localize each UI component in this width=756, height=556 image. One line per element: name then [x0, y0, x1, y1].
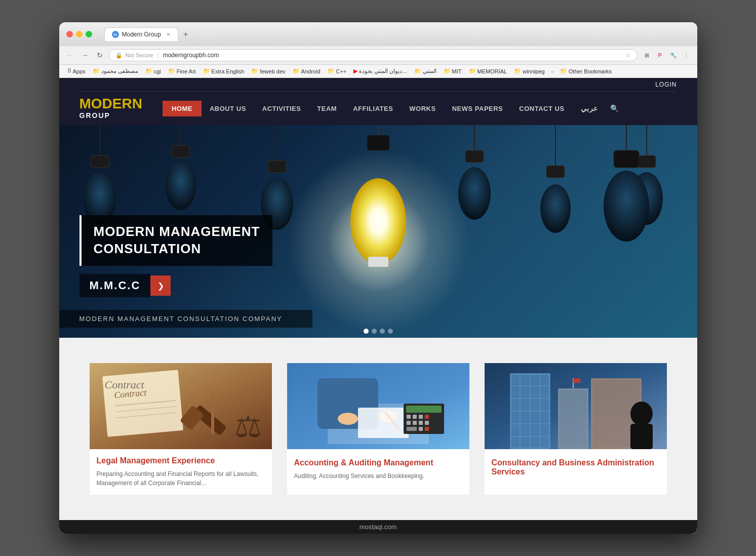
nav-arabic[interactable]: عربي	[573, 100, 606, 116]
bookmark-mit[interactable]: 📁 MIT	[441, 67, 465, 75]
search-icon[interactable]: 🔍	[610, 104, 619, 112]
svg-point-71	[630, 402, 653, 426]
bookmark-diwan[interactable]: ▶ ديوان المنتي بجودة...	[350, 67, 410, 75]
maximize-button[interactable]	[86, 31, 92, 37]
card-consultancy[interactable]: Consultancy and Business Administration …	[485, 363, 667, 495]
nav-team[interactable]: TEAM	[309, 101, 345, 116]
bookmark-icon[interactable]: ⊞	[642, 50, 653, 61]
bookmark-almanti[interactable]: 📁 المنتي	[411, 67, 440, 75]
traffic-lights	[66, 31, 92, 37]
hero-dot-1[interactable]	[364, 329, 369, 334]
star-icon[interactable]: ☆	[625, 52, 631, 59]
extensions-icon[interactable]: 🔧	[668, 50, 679, 61]
hero-dot-2[interactable]	[372, 329, 377, 334]
hero-dot-3[interactable]	[380, 329, 385, 334]
forward-button[interactable]: →	[79, 50, 91, 60]
nav-activities[interactable]: ACTIVITIES	[254, 101, 309, 116]
bookmark-english[interactable]: 📁 Extra English	[200, 67, 248, 75]
nav-affiliates[interactable]: AFFILIATES	[345, 101, 401, 116]
folder-icon: 📁	[203, 68, 210, 74]
logo-modern: MODERN	[79, 97, 142, 111]
bookmark-almanti-label: المنتي	[423, 68, 436, 74]
minimize-button[interactable]	[76, 31, 83, 37]
lock-icon: 🔒	[115, 52, 123, 59]
bookmark-cpp-label: C++	[336, 68, 347, 74]
nav-about[interactable]: ABOUT US	[202, 101, 254, 116]
nav-newspapers[interactable]: NEWS PAPERS	[444, 101, 511, 116]
bookmark-mostafa[interactable]: 📁 مصطفى محمود	[90, 67, 141, 75]
toolbar-icons: ⊞ P 🔧 ⋮	[642, 50, 692, 61]
bookmark-mostafa-label: مصطفى محمود	[101, 68, 138, 74]
bookmark-fineart-label: Fine Art	[177, 68, 196, 74]
tab-favicon: M	[112, 31, 119, 38]
bookmark-memorial[interactable]: 📁 MEMORIAL	[466, 67, 510, 75]
contract-svg: Contract	[90, 363, 272, 449]
svg-rect-55	[425, 427, 429, 431]
svg-rect-51	[419, 421, 423, 425]
nav-home[interactable]: HOME	[163, 101, 202, 116]
url-text: moderngroupbh.com	[163, 52, 219, 59]
svg-rect-4	[172, 145, 190, 157]
bookmark-cgi[interactable]: 📁 cgi	[142, 67, 164, 75]
close-button[interactable]	[66, 31, 73, 37]
bookmark-other-label: Other Bookmarks	[569, 68, 612, 74]
svg-rect-19	[546, 166, 565, 178]
reload-button[interactable]: ↻	[95, 50, 105, 60]
bookmark-other[interactable]: 📁 Other Bookmarks	[557, 67, 615, 75]
active-tab[interactable]: M Modern Group ✕	[104, 27, 178, 41]
site-logo[interactable]: MODERN GROUP	[79, 97, 142, 120]
accounting-svg	[287, 363, 469, 449]
hero-dot-4[interactable]	[388, 329, 393, 334]
bookmark-winnipeg-label: winnipeg	[523, 68, 544, 74]
youtube-icon: ▶	[353, 68, 357, 74]
card-accounting-image	[287, 363, 469, 451]
bookmark-android[interactable]: 📁 Android	[290, 67, 324, 75]
card-legal-title: Legal Management Experience	[97, 456, 265, 465]
card-consultancy-content: Consultancy and Business Administration …	[485, 451, 667, 488]
not-secure-label: Not Secure	[126, 52, 153, 58]
apps-label: Apps	[73, 68, 86, 74]
menu-icon[interactable]: ⋮	[681, 50, 692, 61]
tab-title: Modern Group	[122, 31, 161, 38]
back-button[interactable]: ←	[64, 50, 75, 60]
svg-rect-72	[630, 424, 653, 449]
svg-rect-45	[407, 415, 411, 419]
pinterest-icon[interactable]: P	[655, 50, 666, 61]
svg-rect-1	[91, 155, 109, 168]
svg-rect-16	[465, 150, 484, 163]
card-accounting-text: Auditing, Accounting Services and Bookke…	[294, 471, 462, 481]
bookmark-cgi-label: cgi	[154, 68, 161, 74]
url-bar[interactable]: 🔒 Not Secure | moderngroupbh.com ☆	[109, 49, 638, 61]
logo-group: GROUP	[79, 111, 110, 120]
svg-rect-25	[614, 150, 639, 168]
bookmark-cpp[interactable]: 📁 C++	[325, 67, 350, 75]
hero-arrow-button[interactable]: ❯	[150, 275, 171, 296]
folder-icon: 📁	[145, 68, 152, 74]
card-legal-text: Preparing Accounting and Financial Repor…	[97, 469, 265, 488]
nav-works[interactable]: WORKS	[401, 101, 444, 116]
bookmark-diwan-label: ديوان المنتي بجودة...	[359, 68, 407, 74]
hero-company-name: MODERN MANAGEMENT CONSULTATION COMPANY	[59, 310, 312, 328]
svg-rect-14	[368, 257, 388, 267]
card-accounting[interactable]: Accounting & Auditing Management Auditin…	[287, 363, 469, 495]
bookmark-winnipeg[interactable]: 📁 winnipeg	[511, 67, 547, 75]
folder-icon: 📁	[414, 68, 421, 74]
svg-rect-67	[558, 388, 588, 449]
tab-close-button[interactable]: ✕	[166, 31, 171, 38]
folder-icon: 📁	[560, 68, 567, 74]
svg-rect-50	[413, 421, 417, 425]
svg-point-17	[458, 167, 491, 220]
hero-title-line2: CONSULTATION	[94, 241, 202, 256]
login-button[interactable]: LOGIN	[655, 81, 677, 88]
bookmark-fineart[interactable]: 📁 Fine Art	[165, 67, 199, 75]
bookmark-feweb[interactable]: 📁 feweb dev	[248, 67, 288, 75]
site-top-bar: LOGIN	[79, 78, 677, 92]
card-legal[interactable]: Contract Legal Management Experience Pre…	[90, 363, 272, 495]
svg-rect-46	[413, 415, 417, 419]
bookmarks-apps[interactable]: ⠿ Apps	[64, 67, 89, 75]
bookmarks-overflow[interactable]: »	[551, 68, 554, 74]
new-tab-button[interactable]: +	[180, 29, 191, 40]
nav-contact[interactable]: CONTACT US	[511, 101, 572, 116]
hero-content: MODERN MANAGEMENT CONSULTATION M.M.C.C ❯	[79, 215, 272, 297]
svg-rect-7	[268, 161, 286, 173]
